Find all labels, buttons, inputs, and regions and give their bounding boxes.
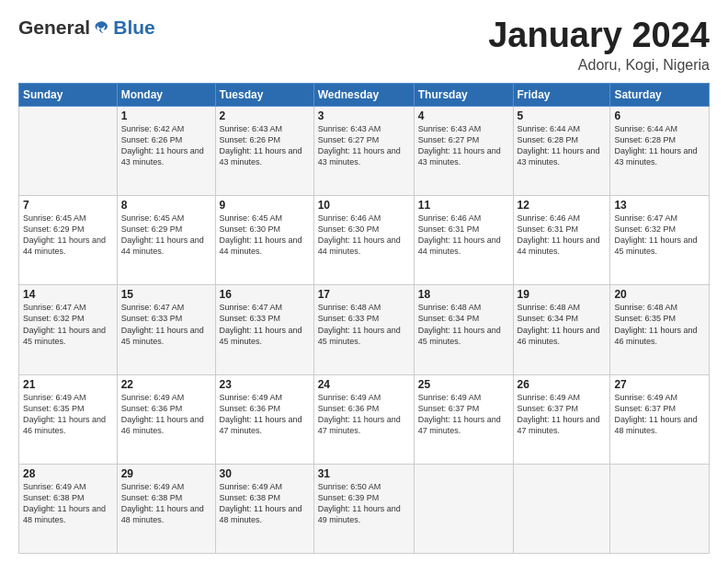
header-thursday: Thursday (414, 83, 513, 106)
calendar-day-cell: 31 Sunrise: 6:50 AMSunset: 6:39 PMDaylig… (313, 464, 414, 553)
day-number: 9 (220, 199, 310, 212)
calendar-day-cell (513, 464, 610, 553)
day-info: Sunrise: 6:47 AMSunset: 6:33 PMDaylight:… (220, 302, 310, 347)
day-number: 28 (23, 467, 113, 480)
day-info: Sunrise: 6:49 AMSunset: 6:38 PMDaylight:… (121, 481, 211, 526)
calendar-day-cell: 16 Sunrise: 6:47 AMSunset: 6:33 PMDaylig… (215, 285, 313, 374)
calendar-day-cell: 2 Sunrise: 6:43 AMSunset: 6:26 PMDayligh… (215, 106, 313, 195)
header-tuesday: Tuesday (215, 83, 313, 106)
title-block: January 2024 Adoru, Kogi, Nigeria (488, 17, 710, 74)
calendar-day-cell: 30 Sunrise: 6:49 AMSunset: 6:38 PMDaylig… (215, 464, 313, 553)
day-info: Sunrise: 6:49 AMSunset: 6:37 PMDaylight:… (518, 392, 607, 437)
calendar-day-cell: 27 Sunrise: 6:49 AMSunset: 6:37 PMDaylig… (610, 374, 710, 464)
calendar-week-row: 14 Sunrise: 6:47 AMSunset: 6:32 PMDaylig… (19, 285, 710, 374)
header-friday: Friday (513, 83, 610, 106)
day-info: Sunrise: 6:47 AMSunset: 6:32 PMDaylight:… (23, 302, 113, 347)
logo-blue-text: Blue (113, 17, 155, 39)
calendar-day-cell: 13 Sunrise: 6:47 AMSunset: 6:32 PMDaylig… (610, 196, 710, 285)
day-info: Sunrise: 6:44 AMSunset: 6:28 PMDaylight:… (614, 123, 705, 168)
day-info: Sunrise: 6:46 AMSunset: 6:31 PMDaylight:… (418, 213, 509, 258)
calendar-day-cell (414, 464, 513, 553)
calendar-day-cell: 3 Sunrise: 6:43 AMSunset: 6:27 PMDayligh… (313, 106, 414, 195)
calendar-week-row: 21 Sunrise: 6:49 AMSunset: 6:35 PMDaylig… (19, 374, 710, 464)
calendar-day-cell (610, 464, 710, 553)
day-info: Sunrise: 6:48 AMSunset: 6:33 PMDaylight:… (318, 302, 410, 347)
day-info: Sunrise: 6:48 AMSunset: 6:35 PMDaylight:… (614, 302, 705, 347)
day-number: 15 (121, 288, 211, 301)
calendar-day-cell: 10 Sunrise: 6:46 AMSunset: 6:30 PMDaylig… (313, 196, 414, 285)
day-number: 25 (418, 378, 509, 391)
day-number: 13 (614, 199, 705, 212)
day-number: 29 (121, 467, 211, 480)
day-info: Sunrise: 6:43 AMSunset: 6:27 PMDaylight:… (418, 123, 509, 168)
day-number: 4 (418, 109, 509, 122)
day-number: 23 (220, 378, 310, 391)
calendar-day-cell: 15 Sunrise: 6:47 AMSunset: 6:33 PMDaylig… (117, 285, 215, 374)
logo-bird-icon (94, 19, 110, 36)
day-info: Sunrise: 6:43 AMSunset: 6:27 PMDaylight:… (318, 123, 410, 168)
calendar-day-cell: 12 Sunrise: 6:46 AMSunset: 6:31 PMDaylig… (513, 196, 610, 285)
day-number: 19 (518, 288, 607, 301)
day-info: Sunrise: 6:45 AMSunset: 6:29 PMDaylight:… (23, 213, 113, 258)
day-number: 17 (318, 288, 410, 301)
day-info: Sunrise: 6:49 AMSunset: 6:38 PMDaylight:… (220, 481, 310, 526)
calendar-day-cell: 7 Sunrise: 6:45 AMSunset: 6:29 PMDayligh… (19, 196, 118, 285)
day-info: Sunrise: 6:49 AMSunset: 6:38 PMDaylight:… (23, 481, 113, 526)
calendar-day-cell: 17 Sunrise: 6:48 AMSunset: 6:33 PMDaylig… (313, 285, 414, 374)
day-info: Sunrise: 6:44 AMSunset: 6:28 PMDaylight:… (518, 123, 607, 168)
calendar-day-cell: 25 Sunrise: 6:49 AMSunset: 6:37 PMDaylig… (414, 374, 513, 464)
day-number: 31 (318, 467, 410, 480)
day-number: 2 (220, 109, 310, 122)
location: Adoru, Kogi, Nigeria (488, 57, 710, 74)
header-saturday: Saturday (610, 83, 710, 106)
day-number: 10 (318, 199, 410, 212)
calendar-day-cell: 23 Sunrise: 6:49 AMSunset: 6:36 PMDaylig… (215, 374, 313, 464)
calendar-week-row: 1 Sunrise: 6:42 AMSunset: 6:26 PMDayligh… (19, 106, 710, 195)
calendar-day-cell: 24 Sunrise: 6:49 AMSunset: 6:36 PMDaylig… (313, 374, 414, 464)
calendar-day-cell: 8 Sunrise: 6:45 AMSunset: 6:29 PMDayligh… (117, 196, 215, 285)
calendar-week-row: 28 Sunrise: 6:49 AMSunset: 6:38 PMDaylig… (19, 464, 710, 553)
calendar-day-cell: 9 Sunrise: 6:45 AMSunset: 6:30 PMDayligh… (215, 196, 313, 285)
day-info: Sunrise: 6:47 AMSunset: 6:32 PMDaylight:… (614, 213, 705, 258)
calendar-header-row: Sunday Monday Tuesday Wednesday Thursday… (19, 83, 710, 106)
day-number: 30 (220, 467, 310, 480)
header-wednesday: Wednesday (313, 83, 414, 106)
day-number: 27 (614, 378, 705, 391)
calendar-day-cell: 20 Sunrise: 6:48 AMSunset: 6:35 PMDaylig… (610, 285, 710, 374)
logo: General Blue (18, 17, 155, 39)
header-sunday: Sunday (19, 83, 118, 106)
header: General Blue January 2024 Adoru, Kogi, N… (18, 17, 710, 74)
calendar-day-cell: 21 Sunrise: 6:49 AMSunset: 6:35 PMDaylig… (19, 374, 118, 464)
calendar-table: Sunday Monday Tuesday Wednesday Thursday… (18, 83, 710, 554)
day-info: Sunrise: 6:50 AMSunset: 6:39 PMDaylight:… (318, 481, 410, 526)
day-info: Sunrise: 6:49 AMSunset: 6:37 PMDaylight:… (614, 392, 705, 437)
calendar-day-cell: 29 Sunrise: 6:49 AMSunset: 6:38 PMDaylig… (117, 464, 215, 553)
day-number: 20 (614, 288, 705, 301)
calendar-page: General Blue January 2024 Adoru, Kogi, N… (0, 0, 728, 563)
day-number: 8 (121, 199, 211, 212)
calendar-day-cell: 5 Sunrise: 6:44 AMSunset: 6:28 PMDayligh… (513, 106, 610, 195)
day-number: 24 (318, 378, 410, 391)
day-number: 3 (318, 109, 410, 122)
day-number: 14 (23, 288, 113, 301)
day-info: Sunrise: 6:42 AMSunset: 6:26 PMDaylight:… (121, 123, 211, 168)
calendar-day-cell: 6 Sunrise: 6:44 AMSunset: 6:28 PMDayligh… (610, 106, 710, 195)
day-info: Sunrise: 6:48 AMSunset: 6:34 PMDaylight:… (418, 302, 509, 347)
day-number: 26 (518, 378, 607, 391)
calendar-day-cell: 22 Sunrise: 6:49 AMSunset: 6:36 PMDaylig… (117, 374, 215, 464)
day-info: Sunrise: 6:49 AMSunset: 6:36 PMDaylight:… (318, 392, 410, 437)
calendar-day-cell: 1 Sunrise: 6:42 AMSunset: 6:26 PMDayligh… (117, 106, 215, 195)
day-number: 16 (220, 288, 310, 301)
day-number: 12 (518, 199, 607, 212)
day-number: 7 (23, 199, 113, 212)
day-info: Sunrise: 6:49 AMSunset: 6:35 PMDaylight:… (23, 392, 113, 437)
calendar-week-row: 7 Sunrise: 6:45 AMSunset: 6:29 PMDayligh… (19, 196, 710, 285)
day-info: Sunrise: 6:47 AMSunset: 6:33 PMDaylight:… (121, 302, 211, 347)
header-monday: Monday (117, 83, 215, 106)
day-number: 22 (121, 378, 211, 391)
day-number: 11 (418, 199, 509, 212)
day-number: 21 (23, 378, 113, 391)
day-number: 18 (418, 288, 509, 301)
month-title: January 2024 (488, 17, 710, 55)
day-info: Sunrise: 6:46 AMSunset: 6:30 PMDaylight:… (318, 213, 410, 258)
